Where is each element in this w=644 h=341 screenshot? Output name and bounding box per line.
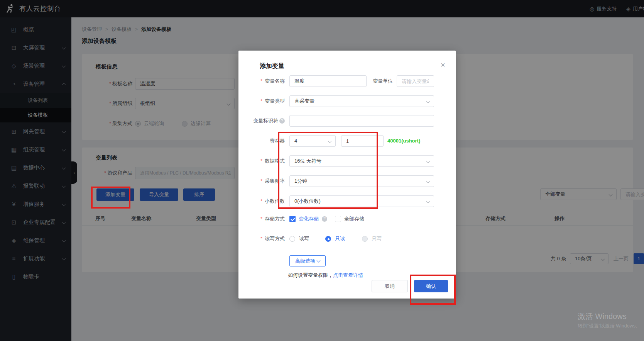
cancel-button[interactable]: 取消 xyxy=(372,280,408,292)
variable-unit-label: 变量单位 xyxy=(367,75,393,87)
chevron-down-icon xyxy=(426,100,430,103)
dialog-title: 添加变量 xyxy=(260,62,284,70)
chevron-down-icon xyxy=(426,159,430,163)
advanced-options-button[interactable]: 高级选项 xyxy=(289,255,326,266)
all-storage-checkbox[interactable] xyxy=(335,216,341,222)
collect-frequency-label: *采集频率 xyxy=(245,175,285,187)
permission-help: 如何设置变量权限，点击查看详情 xyxy=(288,272,363,279)
chevron-down-icon xyxy=(317,258,321,262)
read-only-option-label: 只读 xyxy=(335,235,345,242)
change-storage-checkbox[interactable] xyxy=(289,216,296,222)
help-icon[interactable] xyxy=(322,216,327,222)
variable-name-input[interactable] xyxy=(289,75,367,87)
data-format-select[interactable]: 16位 无符号 xyxy=(289,155,434,167)
storage-mode-label: *存储方式 xyxy=(245,215,285,223)
help-icon[interactable] xyxy=(279,118,285,124)
read-write-radio-group: 读写 只读 只写 xyxy=(289,234,382,243)
register-type-select[interactable]: 4 xyxy=(289,135,336,147)
data-format-label: *数据格式 xyxy=(245,155,285,167)
register-address-input[interactable] xyxy=(341,135,384,147)
chevron-down-icon xyxy=(328,139,332,143)
chevron-down-icon xyxy=(426,200,430,204)
register-hint: 40001(ushort) xyxy=(387,135,420,147)
read-write-radio[interactable] xyxy=(289,236,295,242)
variable-identifier-label: 变量标识符 xyxy=(245,115,285,127)
variable-type-select[interactable]: 直采变量 xyxy=(289,95,434,107)
close-icon[interactable]: × xyxy=(441,61,445,70)
decimal-places-label: *小数位数 xyxy=(245,195,285,207)
variable-identifier-input[interactable] xyxy=(289,115,434,127)
write-only-option-label: 只写 xyxy=(372,235,382,242)
read-only-radio[interactable] xyxy=(325,236,331,242)
variable-unit-input[interactable] xyxy=(397,75,434,87)
chevron-down-icon xyxy=(426,180,430,183)
collect-frequency-select[interactable]: 1分钟 xyxy=(289,175,434,187)
write-only-radio[interactable] xyxy=(362,236,368,242)
view-details-link[interactable]: 点击查看详情 xyxy=(333,272,363,278)
change-storage-label: 变化存储 xyxy=(299,215,319,222)
storage-mode-group: 变化存储 全部存储 xyxy=(289,215,364,223)
decimal-places-select[interactable]: 0(小数位数) xyxy=(289,195,434,207)
add-variable-dialog: 添加变量 × *变量名称 变量单位 *变量类型 直采变量 变量标识符 寄存器 4… xyxy=(238,51,456,299)
read-write-mode-label: *读写方式 xyxy=(245,234,285,243)
variable-name-label: *变量名称 xyxy=(245,75,285,87)
variable-type-label: *变量类型 xyxy=(245,95,285,107)
confirm-button[interactable]: 确认 xyxy=(414,280,448,292)
all-storage-label: 全部存储 xyxy=(344,215,364,222)
read-write-option-label: 读写 xyxy=(299,235,309,242)
register-label: 寄存器 xyxy=(245,135,285,147)
